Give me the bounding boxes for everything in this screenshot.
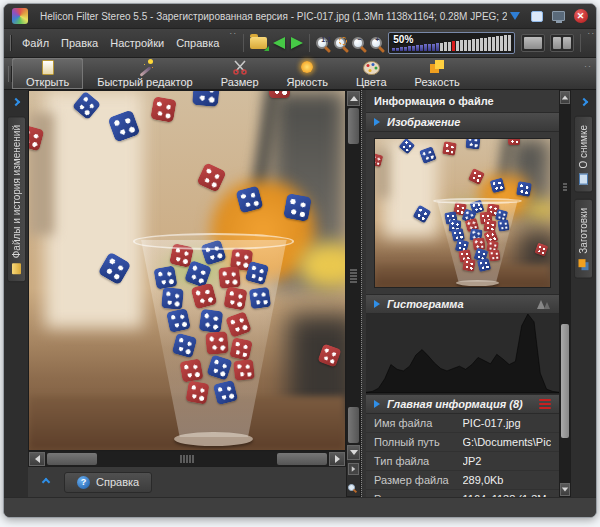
sidebar-tab-about-photo[interactable]: О снимке xyxy=(574,116,593,193)
histogram-chart xyxy=(366,314,559,394)
menu-help[interactable]: Справка xyxy=(176,37,219,49)
triangle-right-icon xyxy=(335,455,340,463)
layout-buttons xyxy=(521,34,574,52)
redo-button[interactable] xyxy=(291,33,303,53)
fullscreen-button[interactable] xyxy=(551,9,566,23)
maximize-button[interactable] xyxy=(529,9,544,23)
tab-open[interactable]: Открыть xyxy=(12,58,83,89)
zoom-bar xyxy=(484,38,487,51)
photo-info-icon xyxy=(579,174,588,185)
menu-overflow-dots[interactable]: ·· xyxy=(229,29,237,37)
help-tab[interactable]: ? Справка xyxy=(64,472,152,493)
image-viewport[interactable] xyxy=(28,90,346,451)
panel-scrollbar[interactable] xyxy=(559,90,571,497)
triangle-down-icon xyxy=(350,450,358,455)
zoom-bar xyxy=(408,46,411,51)
tab-sharpness[interactable]: Резкость xyxy=(401,58,474,89)
open-file-button[interactable] xyxy=(250,33,267,53)
scroll-up-button[interactable] xyxy=(347,91,360,106)
file-info-row: Полный путьG:\Documents\Pic... xyxy=(366,433,559,452)
tab-size[interactable]: Размер xyxy=(207,58,273,89)
file-info-row: Имя файлаPIC-017.jpg xyxy=(366,414,559,433)
die xyxy=(508,139,520,145)
tab-size-label: Размер xyxy=(221,76,259,88)
horizontal-scroll-thumb[interactable] xyxy=(47,453,97,465)
vertical-scroll-thumb[interactable] xyxy=(348,108,359,144)
expand-left-panel-button[interactable] xyxy=(8,94,24,110)
die xyxy=(317,343,341,367)
vertical-scroll-thumb-bottom[interactable] xyxy=(348,407,359,443)
vertical-scroll-track[interactable] xyxy=(347,106,360,445)
single-pane-icon xyxy=(524,37,542,49)
panel-scroll-down-button[interactable] xyxy=(560,483,570,496)
info-panel-body: Изображение xyxy=(366,112,559,497)
undo-button[interactable] xyxy=(273,33,285,53)
viewport-corner-zoom xyxy=(347,478,360,496)
panel-scroll-track[interactable] xyxy=(560,104,570,483)
tabbar-overflow-dots[interactable]: ·· xyxy=(584,62,592,70)
scroll-grip-marks xyxy=(350,269,357,282)
monitor-icon xyxy=(552,11,565,21)
expand-bottom-panel-button[interactable] xyxy=(38,474,54,490)
zoom-level-value: 50% xyxy=(393,34,413,45)
section-image-header[interactable]: Изображение xyxy=(366,112,559,132)
right-sidebar: О снимке Заготовки xyxy=(571,90,596,497)
chevron-up-icon xyxy=(42,478,50,486)
close-icon: ✕ xyxy=(574,9,588,23)
zoom-in-button[interactable]: + xyxy=(370,33,382,53)
zoom-out-glyph: − xyxy=(357,37,361,43)
about-photo-label: О снимке xyxy=(578,125,589,169)
zoom-out-button[interactable]: − xyxy=(352,33,364,53)
menu-settings[interactable]: Настройки xyxy=(110,37,164,49)
die xyxy=(413,205,432,224)
scroll-right-button[interactable] xyxy=(329,452,345,466)
pan-button[interactable] xyxy=(348,463,359,475)
close-button[interactable]: ✕ xyxy=(573,9,588,23)
zoom-fit-button[interactable] xyxy=(334,33,346,53)
panel-scroll-thumb[interactable] xyxy=(561,324,569,438)
app-icon xyxy=(12,8,28,24)
sidebar-tab-files-history[interactable]: Файлы и история изменений xyxy=(7,116,26,282)
horizontal-scrollbar[interactable] xyxy=(28,451,346,467)
image-thumbnail[interactable] xyxy=(374,138,551,288)
viewport-corner-tools xyxy=(347,460,360,478)
vertical-scrollbar[interactable] xyxy=(346,90,361,497)
scroll-down-button[interactable] xyxy=(347,445,360,460)
zoom-bar xyxy=(412,46,415,51)
toolbar-overflow-dots[interactable]: ·· xyxy=(587,29,595,37)
histogram-scale-icon[interactable] xyxy=(537,299,551,309)
panel-scroll-up-button[interactable] xyxy=(560,91,570,104)
die xyxy=(107,109,141,143)
die xyxy=(516,181,532,197)
zoom-level-slider[interactable]: 50% xyxy=(388,32,515,54)
horizontal-scroll-track[interactable] xyxy=(45,452,329,466)
zoom-bar xyxy=(392,48,395,51)
expand-right-panel-button[interactable] xyxy=(576,94,592,110)
layers-icon xyxy=(579,259,589,270)
zoom-bar xyxy=(416,45,419,51)
image-viewport-column: ? Справка xyxy=(28,90,346,497)
tab-quick-editor[interactable]: Быстрый редактор xyxy=(83,58,207,89)
scroll-left-button[interactable] xyxy=(29,452,45,466)
single-view-button[interactable] xyxy=(521,34,545,52)
zoom-bar xyxy=(480,38,483,51)
menu-edit[interactable]: Правка xyxy=(61,37,98,49)
menu-file[interactable]: Файл xyxy=(22,37,49,49)
tab-brightness[interactable]: Яркость xyxy=(273,58,342,89)
toolbar-grip[interactable] xyxy=(10,35,12,51)
title-bar[interactable]: Helicon Filter Stereo 5.5 - Зарегистриро… xyxy=(4,4,596,29)
section-histogram-header[interactable]: Гистограмма xyxy=(366,294,559,314)
tab-colors[interactable]: Цвета xyxy=(342,58,401,89)
sidebar-tab-presets[interactable]: Заготовки xyxy=(574,199,593,279)
triangle-right-icon xyxy=(352,466,356,472)
zoom-bar xyxy=(432,44,435,52)
minimize-button[interactable] xyxy=(507,9,522,23)
section-main-info-header[interactable]: Главная информация (8) xyxy=(366,394,559,414)
zoom-actual-button[interactable]: 1:1 xyxy=(316,33,328,53)
zoom-bar xyxy=(436,43,439,51)
horizontal-scroll-thumb-right[interactable] xyxy=(277,453,327,465)
zoom-bar xyxy=(404,47,407,51)
split-view-button[interactable] xyxy=(550,34,574,52)
back-arrow-icon xyxy=(273,37,285,49)
list-icon[interactable] xyxy=(539,399,551,409)
